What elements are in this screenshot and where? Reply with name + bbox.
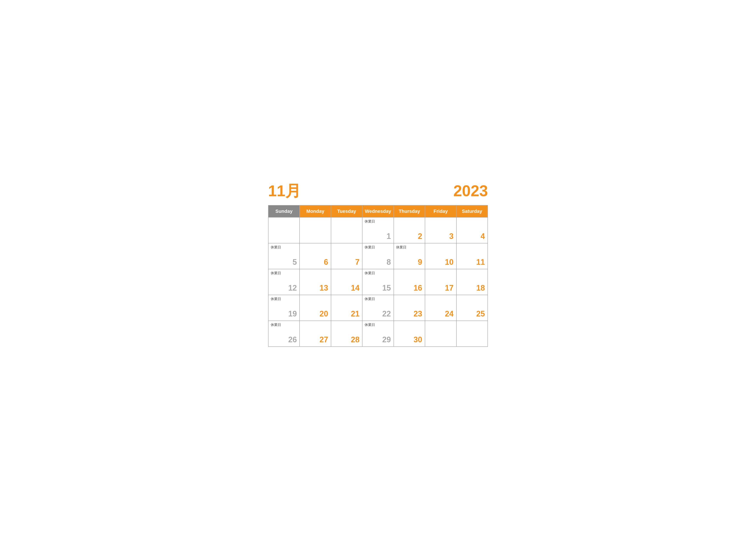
holiday-label: 休業日	[271, 323, 297, 327]
calendar-cell-0-0	[268, 217, 300, 243]
header-thursday: Thursday	[394, 205, 425, 217]
date-number-24: 24	[445, 309, 453, 318]
date-number-3: 3	[449, 232, 454, 241]
date-number-4: 4	[481, 232, 485, 241]
header-sunday: Sunday	[268, 205, 300, 217]
header-wednesday: Wednesday	[362, 205, 393, 217]
calendar-cell-4-0: 休業日26	[268, 321, 300, 346]
week-row-5: 休業日262728休業日2930	[268, 321, 488, 346]
date-number-6: 6	[324, 258, 328, 267]
calendar-cell-1-0: 休業日5	[268, 243, 300, 269]
day-header-row: Sunday Monday Tuesday Wednesday Thursday…	[268, 205, 488, 217]
header-monday: Monday	[300, 205, 331, 217]
date-number-28: 28	[351, 335, 360, 344]
calendar-cell-1-4: 休業日9	[394, 243, 425, 269]
year-title: 2023	[453, 183, 488, 199]
date-number-23: 23	[414, 309, 422, 318]
calendar-cell-4-1: 27	[300, 321, 331, 346]
holiday-label: 休業日	[364, 323, 391, 327]
date-number-9: 9	[418, 258, 422, 267]
calendar-cell-2-4: 16	[394, 269, 425, 295]
calendar-cell-4-3: 休業日29	[362, 321, 393, 346]
calendar-cell-3-6: 25	[456, 295, 488, 321]
holiday-label: 休業日	[364, 245, 391, 250]
header-tuesday: Tuesday	[331, 205, 362, 217]
date-number-26: 26	[288, 335, 297, 344]
calendar-cell-0-3: 休業日1	[362, 217, 393, 243]
date-number-25: 25	[476, 309, 485, 318]
calendar-cell-4-6	[456, 321, 488, 346]
calendar-header: 11月 2023	[268, 183, 488, 199]
calendar-cell-2-5: 17	[425, 269, 456, 295]
month-title: 11月	[268, 183, 301, 199]
calendar-cell-1-5: 10	[425, 243, 456, 269]
date-number-1: 1	[387, 232, 391, 241]
calendar-cell-2-0: 休業日12	[268, 269, 300, 295]
calendar-cell-4-5	[425, 321, 456, 346]
date-number-27: 27	[320, 335, 328, 344]
calendar-cell-0-5: 3	[425, 217, 456, 243]
holiday-label: 休業日	[364, 271, 391, 275]
calendar-cell-3-2: 21	[331, 295, 362, 321]
date-number-21: 21	[351, 309, 360, 318]
calendar-cell-0-2	[331, 217, 362, 243]
calendar-cell-3-5: 24	[425, 295, 456, 321]
date-number-5: 5	[292, 258, 297, 267]
calendar-cell-3-4: 23	[394, 295, 425, 321]
holiday-label: 休業日	[364, 297, 391, 301]
calendar-cell-3-0: 休業日19	[268, 295, 300, 321]
date-number-17: 17	[445, 284, 453, 292]
header-friday: Friday	[425, 205, 456, 217]
date-number-14: 14	[351, 284, 360, 292]
holiday-label: 休業日	[271, 271, 297, 275]
holiday-label: 休業日	[271, 245, 297, 250]
calendar-cell-0-1	[300, 217, 331, 243]
holiday-label: 休業日	[396, 245, 422, 250]
calendar-cell-3-3: 休業日22	[362, 295, 393, 321]
calendar-cell-2-6: 18	[456, 269, 488, 295]
holiday-label: 休業日	[271, 297, 297, 301]
date-number-7: 7	[355, 258, 360, 267]
week-row-2: 休業日567休業日8休業日91011	[268, 243, 488, 269]
date-number-12: 12	[288, 284, 297, 292]
date-number-13: 13	[320, 284, 328, 292]
holiday-label: 休業日	[364, 219, 391, 224]
date-number-2: 2	[418, 232, 422, 241]
calendar-cell-1-1: 6	[300, 243, 331, 269]
date-number-22: 22	[382, 309, 391, 318]
date-number-10: 10	[445, 258, 453, 267]
calendar-cell-1-6: 11	[456, 243, 488, 269]
calendar-container: 11月 2023 Sunday Monday Tuesday Wednesday…	[259, 177, 497, 358]
week-row-1: 休業日1234	[268, 217, 488, 243]
date-number-30: 30	[414, 335, 422, 344]
calendar-table: Sunday Monday Tuesday Wednesday Thursday…	[268, 205, 488, 347]
date-number-20: 20	[320, 309, 328, 318]
week-row-4: 休業日192021休業日22232425	[268, 295, 488, 321]
date-number-8: 8	[387, 258, 391, 267]
calendar-cell-0-6: 4	[456, 217, 488, 243]
header-saturday: Saturday	[456, 205, 488, 217]
calendar-cell-3-1: 20	[300, 295, 331, 321]
calendar-cell-4-2: 28	[331, 321, 362, 346]
date-number-15: 15	[382, 284, 391, 292]
calendar-cell-2-2: 14	[331, 269, 362, 295]
date-number-29: 29	[382, 335, 391, 344]
calendar-cell-0-4: 2	[394, 217, 425, 243]
date-number-18: 18	[476, 284, 485, 292]
calendar-cell-2-3: 休業日15	[362, 269, 393, 295]
date-number-19: 19	[288, 309, 297, 318]
calendar-cell-2-1: 13	[300, 269, 331, 295]
calendar-cell-4-4: 30	[394, 321, 425, 346]
date-number-16: 16	[414, 284, 422, 292]
date-number-11: 11	[476, 258, 485, 267]
week-row-3: 休業日121314休業日15161718	[268, 269, 488, 295]
calendar-cell-1-3: 休業日8	[362, 243, 393, 269]
calendar-cell-1-2: 7	[331, 243, 362, 269]
